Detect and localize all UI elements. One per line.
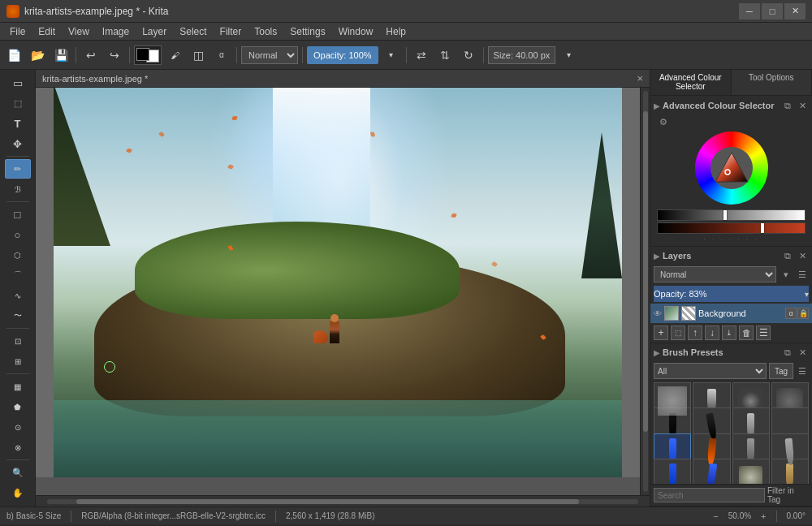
menu-image[interactable]: Image [96, 24, 136, 39]
open-button[interactable]: 📂 [27, 45, 48, 66]
layer-blend-select[interactable]: Normal Multiply Screen [654, 266, 776, 282]
color-bar[interactable] [657, 222, 806, 234]
layer-options-button[interactable]: ☰ [796, 268, 809, 281]
fg-bg-color-picker[interactable] [134, 45, 162, 65]
alpha-button[interactable]: α [211, 45, 232, 66]
layers-float-button[interactable]: ⧉ [781, 249, 794, 262]
crop-tool[interactable]: ⊞ [5, 351, 31, 371]
erase-button[interactable]: ◫ [188, 45, 209, 66]
pan-tool[interactable]: ✋ [5, 483, 31, 502]
brush-collapse[interactable]: ▶ [654, 348, 660, 357]
layer-blend-down[interactable]: ▾ [780, 268, 793, 281]
color-thumb[interactable] [761, 223, 764, 233]
text-tool[interactable]: T [5, 114, 31, 133]
rectangle-tool[interactable]: □ [5, 205, 31, 224]
hscroll-thumb[interactable] [76, 499, 579, 504]
brush-search-input[interactable] [654, 488, 765, 502]
layer-inherit-button[interactable]: α [785, 308, 797, 319]
calligraphy-tool[interactable]: ℬ [5, 179, 31, 199]
select-rect-tool[interactable]: ▭ [5, 73, 31, 93]
tag-button[interactable]: Tag [769, 363, 793, 379]
fill-tool[interactable]: ⬟ [5, 397, 31, 416]
opacity-display[interactable]: Opacity: 100% [307, 46, 378, 64]
close-button[interactable]: ✕ [784, 3, 806, 19]
colour-selector-collapse[interactable]: ▶ [654, 101, 660, 110]
layer-row-background[interactable]: 👁 Background α 🔒 [650, 304, 812, 323]
brush-options-button[interactable]: ☰ [796, 364, 809, 377]
size-stepper[interactable]: ▾ [558, 45, 579, 66]
brush-item-1[interactable] [654, 382, 691, 420]
mirror-h-button[interactable]: ⇄ [411, 45, 432, 66]
maximize-button[interactable]: □ [762, 3, 783, 19]
new-button[interactable]: 📄 [3, 45, 24, 66]
brush-tool-button[interactable]: 🖌 [164, 45, 185, 66]
tab-tool-options[interactable]: Tool Options [732, 70, 813, 95]
layers-collapse[interactable]: ▶ [654, 252, 660, 261]
hscroll-track[interactable] [47, 499, 638, 504]
layer-opacity-bar[interactable]: Opacity: 83% ▾ [654, 286, 809, 302]
vertical-scrollbar[interactable] [640, 88, 650, 495]
opacity-down-button[interactable]: ▾ [381, 45, 402, 66]
brush-close-button[interactable]: ✕ [796, 346, 809, 359]
brush-float-button[interactable]: ⧉ [781, 346, 794, 359]
menu-window[interactable]: Window [332, 24, 380, 39]
layer-copy-button[interactable]: ⬚ [671, 326, 685, 340]
rotate-button[interactable]: ↻ [458, 45, 479, 66]
color-picker-tool[interactable]: ⊙ [5, 417, 31, 437]
menu-filter[interactable]: Filter [214, 24, 248, 39]
freehand-brush-tool[interactable]: ✏ [5, 159, 31, 179]
mirror-v-button[interactable]: ⇅ [434, 45, 456, 66]
zoom-in-button[interactable]: + [761, 511, 766, 521]
layer-opacity-stepper[interactable]: ▾ [805, 290, 809, 299]
freehand-path-tool[interactable]: 〜 [5, 306, 31, 326]
smart-patch-tool[interactable]: ⊗ [5, 438, 31, 457]
menu-view[interactable]: View [62, 24, 96, 39]
menu-select[interactable]: Select [173, 24, 213, 39]
polyline-tool[interactable]: ⌒ [5, 265, 31, 285]
menu-file[interactable]: File [3, 24, 32, 39]
colour-close-button[interactable]: ✕ [796, 99, 809, 112]
canvas-area[interactable] [36, 88, 640, 477]
vscroll-track[interactable] [643, 91, 648, 492]
layer-eye-icon[interactable]: 👁 [654, 309, 662, 318]
colour-settings-button[interactable]: ⚙ [657, 115, 670, 128]
layer-lock-button[interactable]: 🔒 [797, 308, 809, 319]
brush-item-13[interactable] [654, 459, 691, 484]
redo-button[interactable]: ↪ [104, 45, 125, 66]
zoom-out-button[interactable]: − [713, 511, 718, 521]
brush-category-select[interactable]: All Basic Digital [654, 363, 767, 379]
lightness-bar[interactable] [657, 209, 806, 221]
layer-down-button[interactable]: ↓ [705, 326, 719, 340]
ellipse-tool[interactable]: ○ [5, 225, 31, 244]
tab-advanced-colour[interactable]: Advanced Colour Selector [650, 70, 732, 95]
menu-help[interactable]: Help [379, 24, 412, 39]
menu-edit[interactable]: Edit [32, 24, 62, 39]
move-tool[interactable]: ✥ [5, 134, 31, 153]
layer-up-button[interactable]: ↑ [688, 326, 702, 340]
lightness-thumb[interactable] [723, 210, 727, 220]
delete-layer-button[interactable]: 🗑 [739, 326, 754, 340]
vscroll-thumb[interactable] [643, 111, 648, 432]
gradient-tool[interactable]: ▦ [5, 377, 31, 396]
layer-more-button[interactable]: ☰ [756, 326, 771, 340]
canvas-close-button[interactable]: × [637, 72, 643, 84]
bezier-tool[interactable]: ∿ [5, 286, 31, 305]
brush-item-15[interactable] [732, 459, 770, 484]
undo-button[interactable]: ↩ [80, 45, 102, 66]
polygon-tool[interactable]: ⬡ [5, 245, 31, 265]
blend-mode-select[interactable]: Normal Multiply Screen Overlay [241, 46, 298, 64]
save-button[interactable]: 💾 [50, 45, 71, 66]
menu-layer[interactable]: Layer [136, 24, 173, 39]
zoom-tool[interactable]: 🔍 [5, 463, 31, 482]
menu-settings[interactable]: Settings [283, 24, 331, 39]
layer-merge-button[interactable]: ⤓ [722, 326, 736, 340]
add-layer-button[interactable]: + [654, 326, 668, 340]
colour-float-button[interactable]: ⧉ [781, 99, 794, 112]
minimize-button[interactable]: ─ [739, 3, 760, 19]
transform-tool[interactable]: ⊡ [5, 331, 31, 351]
select-contiguous-tool[interactable]: ⬚ [5, 93, 31, 113]
layers-close-button[interactable]: ✕ [796, 249, 809, 262]
horizontal-scrollbar[interactable] [36, 495, 650, 507]
filter-in-tag-label[interactable]: Filter in Tag [767, 486, 809, 504]
color-wheel[interactable] [695, 132, 768, 205]
